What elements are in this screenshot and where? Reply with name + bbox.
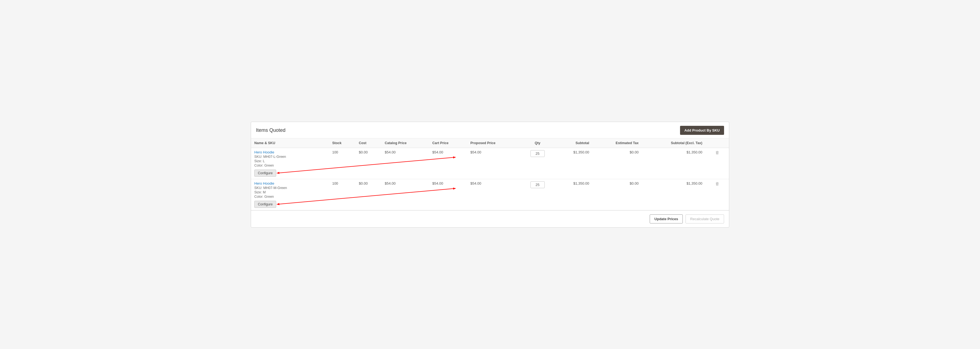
catalog-price-cell-0: $54.00 — [382, 148, 429, 179]
footer-actions-row: Update Prices Recalculate Quote — [251, 210, 729, 227]
items-quoted-panel: Items Quoted Add Product By SKU Name & S… — [251, 122, 729, 228]
col-cost: Cost — [355, 139, 382, 148]
subtotal-cell-0: $1,350.00 — [555, 148, 593, 179]
col-proposed-price: Proposed Price — [467, 139, 520, 148]
panel-title: Items Quoted — [256, 127, 285, 133]
product-color-0: Color: Green — [254, 164, 326, 167]
col-subtotal-excl-tax: Subtotal (Excl. Tax) — [642, 139, 705, 148]
qty-input-0[interactable] — [530, 150, 545, 157]
cart-price-cell-1: $54.00 — [429, 179, 467, 210]
table-row: Hero Hoodie SKU: MH07-M-Green Size: M Co… — [251, 179, 729, 210]
subtotal-excl-tax-cell-1: $1,350.00 — [642, 179, 705, 210]
qty-input-1[interactable] — [530, 181, 545, 188]
col-estimated-tax: Estimated Tax — [593, 139, 642, 148]
footer-actions: Update Prices Recalculate Quote — [256, 214, 724, 223]
table-row: Hero Hoodie SKU: MH07-L-Green Size: L Co… — [251, 148, 729, 179]
product-size-1: Size: M — [254, 190, 326, 194]
qty-cell-1 — [520, 179, 555, 210]
cart-price-cell-0: $54.00 — [429, 148, 467, 179]
cost-cell-0: $0.00 — [355, 148, 382, 179]
product-sku-1: SKU: MH07-M-Green — [254, 186, 326, 190]
subtotal-excl-tax-cell-0: $1,350.00 — [642, 148, 705, 179]
action-cell-0: 🗑 — [705, 148, 729, 179]
product-size-0: Size: L — [254, 159, 326, 163]
proposed-price-cell-1: $54.00 — [467, 179, 520, 210]
stock-cell-0: 100 — [329, 148, 355, 179]
table-header: Name & SKU Stock Cost Catalog Price Cart… — [251, 139, 729, 148]
configure-button-0[interactable]: Configure — [254, 170, 276, 177]
col-catalog-price: Catalog Price — [382, 139, 429, 148]
subtotal-cell-1: $1,350.00 — [555, 179, 593, 210]
qty-cell-0 — [520, 148, 555, 179]
product-color-1: Color: Green — [254, 195, 326, 199]
cost-cell-1: $0.00 — [355, 179, 382, 210]
product-cell-0: Hero Hoodie SKU: MH07-L-Green Size: L Co… — [251, 148, 329, 179]
update-prices-button[interactable]: Update Prices — [650, 214, 683, 223]
estimated-tax-cell-0: $0.00 — [593, 148, 642, 179]
header-row: Name & SKU Stock Cost Catalog Price Cart… — [251, 139, 729, 148]
table-container: Name & SKU Stock Cost Catalog Price Cart… — [251, 139, 729, 210]
col-subtotal: Subtotal — [555, 139, 593, 148]
product-cell-1: Hero Hoodie SKU: MH07-M-Green Size: M Co… — [251, 179, 329, 210]
stock-cell-1: 100 — [329, 179, 355, 210]
action-cell-1: 🗑 — [705, 179, 729, 210]
items-table: Name & SKU Stock Cost Catalog Price Cart… — [251, 139, 729, 210]
product-link-0[interactable]: Hero Hoodie — [254, 150, 274, 154]
delete-icon-1[interactable]: 🗑 — [714, 180, 721, 187]
product-link-1[interactable]: Hero Hoodie — [254, 181, 274, 185]
delete-icon-0[interactable]: 🗑 — [714, 149, 721, 156]
catalog-price-cell-1: $54.00 — [382, 179, 429, 210]
add-product-by-sku-button[interactable]: Add Product By SKU — [680, 126, 724, 135]
proposed-price-cell-0: $54.00 — [467, 148, 520, 179]
col-cart-price: Cart Price — [429, 139, 467, 148]
col-name-sku: Name & SKU — [251, 139, 329, 148]
estimated-tax-cell-1: $0.00 — [593, 179, 642, 210]
configure-button-1[interactable]: Configure — [254, 201, 276, 208]
col-qty: Qty — [520, 139, 555, 148]
table-body: Hero Hoodie SKU: MH07-L-Green Size: L Co… — [251, 148, 729, 210]
panel-header: Items Quoted Add Product By SKU — [251, 122, 729, 139]
col-action — [705, 139, 729, 148]
col-stock: Stock — [329, 139, 355, 148]
table-wrapper: Name & SKU Stock Cost Catalog Price Cart… — [251, 139, 729, 210]
product-sku-0: SKU: MH07-L-Green — [254, 155, 326, 159]
recalculate-quote-button[interactable]: Recalculate Quote — [686, 214, 724, 223]
